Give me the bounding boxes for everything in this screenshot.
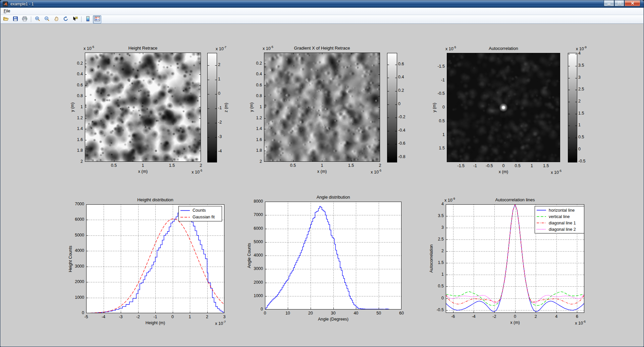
colorbar-tick [575,138,577,138]
toolbar [1,15,643,24]
print-button[interactable] [20,15,29,23]
restore-button[interactable] [614,0,624,6]
colorbar-tick [568,162,570,162]
insert-colorbar-button[interactable] [84,15,92,23]
y-axis-label: Height Counts [68,246,73,272]
colorbar-tick [568,54,570,54]
y-tick-label: 1 [442,133,445,137]
colorbar-tick [387,91,389,91]
matlab-figure-window: example1 - 1 File Height Retrace0.511.52… [0,0,644,347]
y-tick-label: 1 [80,105,83,109]
x-axis-exponent: x 10-7 [215,321,226,326]
minimize-button[interactable] [604,0,614,6]
gradient-x-image[interactable] [264,53,380,162]
title-bar[interactable]: example1 - 1 [0,0,644,8]
y-tick-label: 1.8 [77,149,83,153]
zoom-in-button[interactable] [33,15,42,23]
plot-angle-distribution[interactable] [265,202,401,309]
window-controls [603,0,640,6]
x-axis-label: Height (m) [146,321,165,325]
y-tick-label: -1 [441,78,445,82]
y-tick-label: 2 [441,249,444,254]
colorbar-icon [86,16,90,23]
y-tick-label: 1 [441,273,444,277]
y-tick-label: 6000 [254,226,263,231]
colorbar-tick [215,137,217,138]
y-tick-label: 0 [441,296,444,300]
colorbar-tick-label: 0.5 [578,135,584,139]
colorbar-tick-label: -1 [218,106,222,110]
x-axis-label: Angle (Degrees) [318,317,348,322]
y-axis-label: y (m) [70,102,75,112]
colorbar[interactable] [568,53,577,162]
y-tick-label: 0.5 [438,284,444,289]
legend-label: Gaussian fit [193,215,215,219]
open-button[interactable] [2,15,10,23]
rotate-3d-button[interactable] [61,15,70,23]
y-tick-label: 2000 [75,280,84,284]
colorbar-tick-label: 4 [578,51,581,56]
data-cursor-icon [72,16,78,23]
close-button[interactable] [625,0,640,6]
colorbar-tick-label: 3.5 [578,63,584,68]
colorbar-tick [215,94,217,94]
data-cursor-button[interactable] [71,15,79,23]
zoom-out-button[interactable] [43,15,51,23]
colorbar-tick-label: -0.4 [398,128,406,133]
save-icon [13,16,18,23]
minimize-icon [607,4,610,5]
close-icon [631,1,634,5]
colorbar-tick [208,123,209,123]
colorbar-tick [575,66,577,66]
legend-line-sample [180,209,190,212]
colorbar-tick [208,80,209,80]
legend[interactable]: CountsGaussian fit [178,206,222,221]
colorbar-tick-label: 0 [398,102,400,106]
x-tick-label: 50 [376,311,381,316]
menu-item-file[interactable]: File [1,8,13,14]
y-tick-label: 2 [260,159,262,164]
autocorrelation-image[interactable] [447,53,560,162]
pan-button[interactable] [52,15,60,23]
y-tick-label: 1.2 [256,116,262,120]
colorbar-tick [387,157,389,158]
y-tick-label: 0 [82,311,84,315]
x-tick-label: 0 [171,315,174,319]
legend-line-sample [536,215,546,218]
colorbar-exponent: x 10-7 [216,46,226,51]
x-axis-exponent: x 10-5 [371,169,381,174]
x-tick-label: 1.5 [169,163,175,168]
x-tick-label: 1 [189,315,191,319]
restore-icon [618,2,621,5]
colorbar-tick [387,78,389,78]
save-button[interactable] [11,15,19,23]
plot-title: Autocorrelation lines [495,198,535,202]
insert-legend-button[interactable] [93,15,101,23]
legend[interactable]: horizontal linevertical linediagonal lin… [535,206,584,233]
y-tick-label: 1000 [254,294,263,298]
legend-entry: diagonal line 1 [536,220,583,226]
x-tick-label: 2 [379,163,381,168]
y-tick-label: 7000 [254,213,263,217]
window-title: example1 - 1 [10,2,34,6]
colorbar-tick-label: 2.5 [578,87,584,91]
x-tick-label: 20 [308,311,313,316]
colorbar-tick [568,90,570,90]
y-tick-label: 4000 [75,249,84,253]
colorbar-tick-label: 0 [578,147,581,151]
colorbar[interactable] [387,53,397,162]
height-retrace-image[interactable] [85,53,201,162]
colorbar-tick-label: 0 [218,91,220,96]
colorbar-exponent: x 10-9 [576,46,587,51]
colorbar-tick [387,105,389,105]
legend-entry: vertical line [536,213,583,220]
x-tick-label: 0 [502,164,505,168]
x-axis-label: x (m) [317,169,327,174]
x-tick-label: -1 [153,315,157,319]
y-tick-label: 7000 [75,202,84,206]
colorbar-tick [395,118,397,118]
y-axis-label: Angle Counts [247,243,252,268]
y-tick-label: 3000 [75,264,84,269]
y-tick-label: 0.6 [77,83,83,87]
colorbar[interactable] [207,53,217,162]
